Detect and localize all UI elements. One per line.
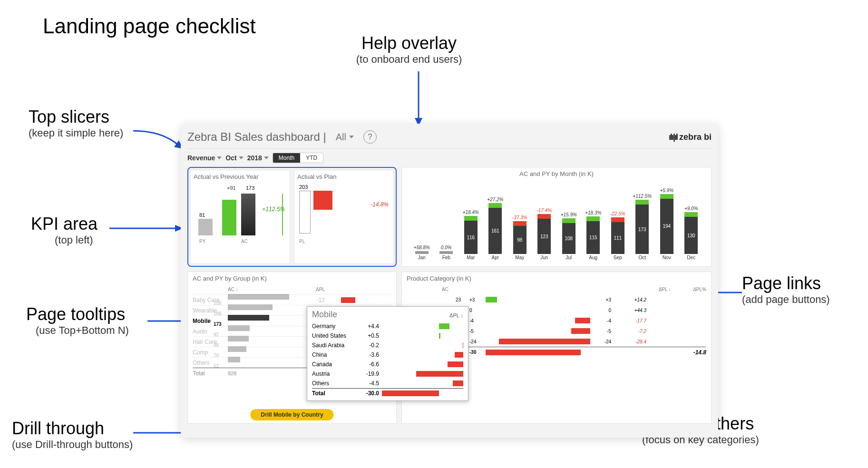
chevron-down-icon (349, 136, 354, 138)
col-ac: AC (442, 287, 466, 292)
arrow-kpi (109, 224, 185, 233)
chart-column: +15.9%108Jul (556, 212, 581, 260)
table-title: AC and PY by Group (in K) (193, 275, 391, 282)
chart-column: -37.3%98May (507, 215, 532, 260)
slicer-row: Revenue Oct 2018 Month YTD (187, 149, 712, 167)
chart-column: -17.4%123Jun (532, 208, 557, 260)
kpi-card-actual-vs-py: Actual vs Previous Year +91 173 +112.5% … (190, 170, 290, 264)
chart-column: +5.9%194Nov (654, 188, 679, 260)
drill-through-button[interactable]: Drill Mobile by Country (250, 409, 333, 420)
total-label: Total (193, 370, 226, 377)
toggle-ytd[interactable]: YTD (300, 153, 323, 163)
axis-pl: PL (299, 239, 305, 244)
col-dpl: ΔPL ↓ (643, 287, 671, 292)
filter-all[interactable]: All (332, 131, 358, 144)
chevron-down-icon (264, 156, 269, 159)
kpi-pct-label: +112.5% (262, 206, 285, 213)
chart-column: +27.2%161Apr (483, 197, 508, 260)
kpi-pct-label: -14.8% (371, 201, 389, 208)
period-toggle[interactable]: Month YTD (273, 153, 323, 163)
arrow-help (404, 71, 433, 128)
dashboard-title: Zebra BI Sales dashboard | (187, 130, 326, 144)
tooltip-row: United States+0.5 (312, 331, 463, 341)
arrow-slicers (133, 126, 185, 150)
zebra-bi-logo: ılı|ıl zebra bi (669, 132, 712, 142)
acpy-month-chart: AC and PY by Month (in K) +58.8%Jan0.0%F… (401, 167, 712, 267)
kpi-ac-label: 173 (246, 185, 254, 191)
slicer-year[interactable]: 2018 (247, 154, 269, 162)
kpi-card-title: Actual vs Plan (297, 173, 390, 180)
annotation-drill-through: Drill through (use Drill-through buttons… (12, 419, 133, 451)
col-dplpct: ΔPL% (673, 287, 706, 292)
tooltip-row: Others-4.5 (312, 379, 463, 388)
help-icon[interactable]: ? (363, 130, 377, 144)
total-pct: -14.8 (673, 349, 706, 356)
chart-column: +58.8%Jan (410, 245, 434, 260)
chevron-down-icon (217, 156, 222, 159)
group-table: AC and PY by Group (in K) AC ↓ ΔPL Baby … (187, 272, 397, 424)
dashboard-header: Zebra BI Sales dashboard | All ? ılı|ıl … (187, 127, 712, 149)
annotation-kpi-area: KPI area (top left) (31, 214, 98, 246)
toggle-month[interactable]: Month (273, 153, 300, 163)
tooltip-row: Austria-19.9 (312, 369, 463, 379)
axis-ac: AC (241, 239, 248, 244)
slicer-month[interactable]: Oct (225, 154, 243, 162)
tooltip-col: ΔPL ↓ (449, 312, 463, 318)
annotation-help-overlay: Help overlay (to onboard end users) (333, 33, 485, 66)
total-ac: 928 (228, 370, 294, 376)
bar-pl-outline (299, 191, 311, 234)
bar-neg (313, 191, 332, 210)
chart-column: 0.0%Feb (434, 245, 459, 260)
tooltip-row: Saudi Arabia-0.2 (312, 341, 463, 350)
chart-column: +18.4%116Mar (458, 210, 483, 260)
dashboard: Zebra BI Sales dashboard | All ? ılı|ıl … (181, 124, 718, 438)
col-dpl: ΔPL (296, 287, 325, 292)
tooltip-title: Mobile (312, 310, 337, 320)
table-row[interactable]: 23+3+3+14.2 (407, 294, 706, 305)
chart-column: -22.5%111Sep (605, 211, 630, 260)
annotation-page-links: Page links (add page buttons) (742, 273, 830, 306)
chart-column: +9.0%130Dec (679, 206, 704, 260)
tooltip-row: Canada-6.6 (312, 360, 463, 369)
slicer-metric[interactable]: Revenue (187, 154, 222, 162)
kpi-area: Actual vs Previous Year +91 173 +112.5% … (187, 167, 397, 267)
bar-diff (222, 200, 236, 235)
annotation-top-slicers: Top slicers (keep it simple here) (29, 107, 123, 139)
tt-total-val: -30.0 (358, 390, 379, 397)
tooltip-row: China-3.6 (312, 350, 463, 360)
chart-column: +18.3%115Aug (581, 210, 606, 260)
tt-total-label: Total (312, 390, 355, 397)
axis-py: PY (199, 239, 205, 244)
page-title: Landing page checklist (43, 14, 256, 38)
kpi-card-actual-vs-plan: Actual vs Plan 203 -14.8% PL (294, 170, 394, 264)
dashboard-grid: Actual vs Previous Year +91 173 +112.5% … (187, 167, 712, 424)
kpi-py-val: 81 (199, 212, 205, 218)
page-tooltip: Mobile ΔPL ↓ Germany+4.4United States+0.… (307, 306, 468, 401)
arrow-indicator (282, 194, 283, 235)
bar-py (198, 219, 213, 235)
total-dpl: -30 (469, 350, 484, 355)
chart-column: +112.5%173Oct (630, 194, 655, 260)
kpi-pl-val: 203 (299, 184, 308, 190)
annotation-page-tooltips: Page tooltips (use Top+Bottom N) (26, 304, 129, 337)
bar-ac (241, 194, 255, 235)
table-row[interactable]: Baby Care258-12 (193, 294, 391, 305)
chart-title: AC and PY by Month (in K) (407, 170, 706, 177)
table-title: Product Category (in K) (407, 275, 471, 282)
col-ac: AC ↓ (228, 287, 294, 292)
kpi-card-title: Actual vs Previous Year (194, 173, 287, 180)
kpi-diff-label: +91 (227, 185, 236, 191)
tooltip-row: Germany+4.4 (312, 322, 463, 331)
chevron-down-icon (239, 156, 244, 159)
